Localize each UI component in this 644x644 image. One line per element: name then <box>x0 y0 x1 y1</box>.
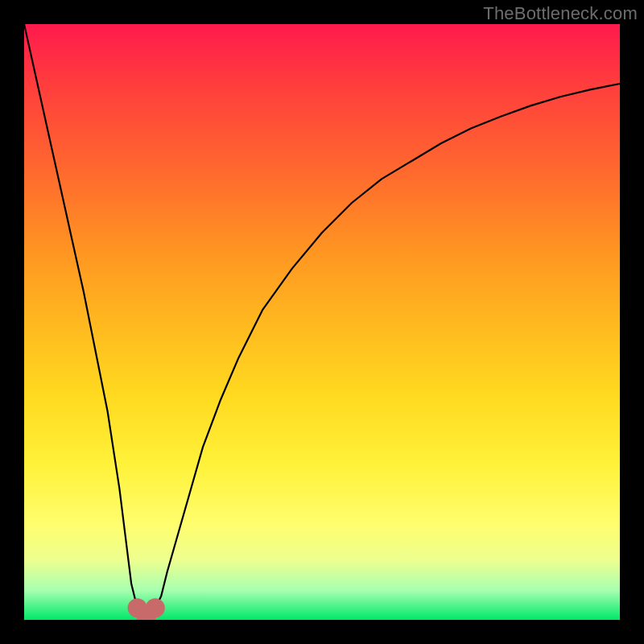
plot-area <box>24 24 620 620</box>
chart-frame: TheBottleneck.com <box>0 0 644 644</box>
min-markers <box>128 598 165 620</box>
watermark-text: TheBottleneck.com <box>483 3 638 24</box>
bottleneck-curve <box>24 24 620 614</box>
bottleneck-curve-svg <box>24 24 620 620</box>
